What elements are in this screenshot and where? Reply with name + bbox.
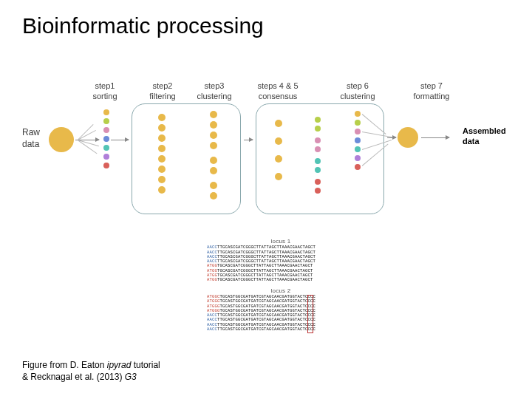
- dot: [315, 179, 321, 185]
- step2-desc: filtering: [149, 92, 175, 100]
- dot: [315, 126, 321, 132]
- dot: [355, 111, 361, 117]
- dot: [158, 186, 166, 194]
- dot: [210, 192, 217, 200]
- arrow-circle-assembled: [421, 137, 449, 138]
- dot: [210, 132, 217, 139]
- dot: [275, 155, 282, 163]
- assembled-data-label: Assembled data: [463, 126, 516, 147]
- pipeline-diagram: step1 sorting step2 filtering step3 clus…: [22, 81, 510, 229]
- dot: [315, 188, 321, 194]
- locus1-seqs: AACCTTGCASCGATCGGGCTTATTAGCTTAAACGAACTAG…: [207, 245, 355, 283]
- dot: [103, 118, 109, 124]
- step7-desc: formatting: [414, 92, 450, 100]
- dot: [210, 111, 217, 118]
- cite-text: Figure from D. Eaton: [22, 360, 107, 370]
- step6-label: step 6 clustering: [335, 81, 380, 102]
- figure-citation: Figure from D. Eaton ipyrad tutorial & R…: [22, 359, 160, 383]
- step6-output-circle: [398, 127, 418, 148]
- alignment-panel: locus 1 AACCTTGCASCGATCGGGCTTATTAGCTTAAA…: [207, 236, 355, 332]
- dot: [210, 167, 217, 174]
- dot: [103, 163, 109, 168]
- dot: [210, 121, 217, 129]
- dot: [315, 146, 321, 152]
- arrow-sort-filter: [111, 140, 129, 140]
- dot: [158, 155, 166, 163]
- step2-name: step2: [153, 81, 173, 90]
- sequence-row: ATGGTGCASCGATCGGGCTTATTAGCTTAAACGAACTAGC…: [207, 278, 355, 282]
- dot: [355, 137, 361, 143]
- dot: [103, 109, 109, 115]
- assembled-l1: Assembled: [463, 126, 506, 135]
- dot: [355, 164, 361, 170]
- step6-name: step 6: [347, 81, 369, 90]
- dot: [103, 127, 109, 133]
- filtering-clustering-box: [132, 103, 241, 214]
- dot: [315, 117, 321, 123]
- dot: [103, 154, 109, 160]
- step3-desc: clustering: [197, 92, 231, 100]
- dot: [103, 136, 109, 142]
- locus2-seqs: ATGGCTGCASTGGCGATGATCGTAGCAACGATGGTACTCC…: [207, 295, 355, 332]
- dot: [158, 124, 166, 132]
- locus1-label: locus 1: [207, 238, 355, 245]
- step45-desc: consensus: [259, 92, 298, 100]
- cite-ital: G3: [125, 372, 137, 382]
- step7-label: step 7 formatting: [409, 81, 454, 102]
- step3-name: step3: [205, 81, 225, 90]
- dot: [158, 134, 166, 142]
- dot: [210, 142, 217, 149]
- page-title: Bioinformatic processing: [22, 13, 264, 38]
- dot: [355, 155, 361, 161]
- dot: [275, 173, 282, 180]
- step45-name: steps 4 & 5: [257, 81, 298, 90]
- dot: [210, 157, 217, 164]
- raw-l2: data: [22, 139, 39, 149]
- dot: [275, 120, 282, 127]
- cite-text: tutorial: [131, 360, 160, 370]
- arrow-box1-box2: [244, 140, 253, 140]
- cite-ital: ipyrad: [107, 360, 132, 370]
- dot: [158, 114, 166, 121]
- dot: [158, 176, 166, 183]
- dot: [315, 137, 321, 143]
- step6-desc: clustering: [340, 92, 375, 100]
- step7-name: step 7: [420, 81, 443, 90]
- dot: [158, 166, 166, 173]
- step1-desc: sorting: [92, 92, 117, 100]
- variant-highlight-box: [307, 295, 313, 333]
- dot: [210, 182, 217, 189]
- dot: [275, 137, 282, 145]
- step3-label: step3 clustering: [192, 81, 236, 102]
- step2-label: step2 filtering: [140, 81, 185, 102]
- dot: [158, 145, 166, 152]
- dot: [103, 145, 109, 151]
- cite-text: & Recknagal et al. (2013): [22, 372, 125, 382]
- locus2-label: locus 2: [207, 287, 355, 294]
- dot: [355, 146, 361, 152]
- assembled-l2: data: [463, 137, 480, 146]
- dot: [355, 120, 361, 126]
- dot: [315, 167, 321, 173]
- step1-name: step1: [95, 81, 115, 90]
- dot: [315, 158, 321, 164]
- dot: [355, 129, 361, 134]
- step1-label: step1 sorting: [83, 81, 127, 102]
- step45-label: steps 4 & 5 consensus: [251, 81, 304, 102]
- sequence-row: AACCTTGCASTGGCGATGATCGTAGCAACGATGGTACTCC…: [207, 327, 355, 332]
- raw-data-circle: [49, 127, 74, 152]
- fan-line: [78, 130, 96, 140]
- raw-l1: Raw: [22, 127, 40, 137]
- raw-data-label: Raw data: [22, 127, 40, 150]
